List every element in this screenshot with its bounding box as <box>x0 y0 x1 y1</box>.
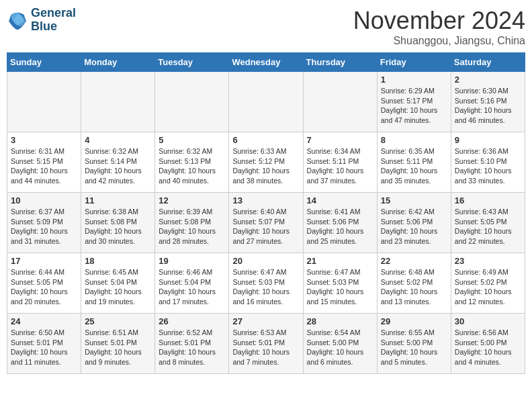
day-number: 23 <box>455 256 521 266</box>
weekday-header-friday: Friday <box>377 53 451 72</box>
day-number: 11 <box>85 195 151 205</box>
logo: General Blue <box>7 7 76 34</box>
day-number: 2 <box>455 75 521 85</box>
day-number: 14 <box>307 195 373 205</box>
calendar-cell <box>229 72 303 132</box>
cell-content: Sunrise: 6:40 AM Sunset: 5:07 PM Dayligh… <box>232 207 299 246</box>
calendar-cell: 26Sunrise: 6:52 AM Sunset: 5:01 PM Dayli… <box>155 314 229 374</box>
day-number: 1 <box>381 75 447 85</box>
logo-text: General Blue <box>31 7 76 34</box>
calendar-cell <box>7 72 81 132</box>
calendar-week-row: 17Sunrise: 6:44 AM Sunset: 5:05 PM Dayli… <box>7 253 525 314</box>
calendar-cell: 22Sunrise: 6:48 AM Sunset: 5:02 PM Dayli… <box>377 253 451 314</box>
cell-content: Sunrise: 6:43 AM Sunset: 5:05 PM Dayligh… <box>455 207 521 246</box>
day-number: 17 <box>11 256 77 266</box>
calendar-cell: 17Sunrise: 6:44 AM Sunset: 5:05 PM Dayli… <box>7 253 81 314</box>
calendar-week-row: 3Sunrise: 6:31 AM Sunset: 5:15 PM Daylig… <box>7 132 525 193</box>
day-number: 8 <box>381 135 447 145</box>
cell-content: Sunrise: 6:35 AM Sunset: 5:11 PM Dayligh… <box>381 146 447 186</box>
cell-content: Sunrise: 6:54 AM Sunset: 5:00 PM Dayligh… <box>307 328 373 367</box>
cell-content: Sunrise: 6:56 AM Sunset: 5:00 PM Dayligh… <box>455 328 521 367</box>
calendar-cell: 19Sunrise: 6:46 AM Sunset: 5:04 PM Dayli… <box>155 253 229 314</box>
cell-content: Sunrise: 6:52 AM Sunset: 5:01 PM Dayligh… <box>159 328 225 367</box>
weekday-header-sunday: Sunday <box>7 53 81 72</box>
calendar-cell: 15Sunrise: 6:42 AM Sunset: 5:06 PM Dayli… <box>377 193 451 253</box>
day-number: 4 <box>85 135 151 145</box>
cell-content: Sunrise: 6:45 AM Sunset: 5:04 PM Dayligh… <box>85 267 151 307</box>
day-number: 18 <box>85 256 151 266</box>
cell-content: Sunrise: 6:32 AM Sunset: 5:13 PM Dayligh… <box>159 146 225 186</box>
weekday-header-thursday: Thursday <box>303 53 377 72</box>
day-number: 5 <box>159 135 225 145</box>
calendar-cell <box>81 72 155 132</box>
cell-content: Sunrise: 6:47 AM Sunset: 5:03 PM Dayligh… <box>307 267 373 307</box>
cell-content: Sunrise: 6:42 AM Sunset: 5:06 PM Dayligh… <box>381 207 447 246</box>
weekday-header-row: SundayMondayTuesdayWednesdayThursdayFrid… <box>7 53 525 72</box>
calendar-cell: 21Sunrise: 6:47 AM Sunset: 5:03 PM Dayli… <box>303 253 377 314</box>
calendar-cell: 14Sunrise: 6:41 AM Sunset: 5:06 PM Dayli… <box>303 193 377 253</box>
cell-content: Sunrise: 6:53 AM Sunset: 5:01 PM Dayligh… <box>232 328 299 367</box>
day-number: 24 <box>11 316 77 326</box>
day-number: 7 <box>307 135 373 145</box>
day-number: 15 <box>381 195 447 205</box>
cell-content: Sunrise: 6:33 AM Sunset: 5:12 PM Dayligh… <box>232 146 299 186</box>
calendar-week-row: 24Sunrise: 6:50 AM Sunset: 5:01 PM Dayli… <box>7 314 525 374</box>
cell-content: Sunrise: 6:48 AM Sunset: 5:02 PM Dayligh… <box>381 267 447 307</box>
calendar-cell: 20Sunrise: 6:47 AM Sunset: 5:03 PM Dayli… <box>229 253 303 314</box>
calendar-cell: 24Sunrise: 6:50 AM Sunset: 5:01 PM Dayli… <box>7 314 81 374</box>
calendar-cell: 4Sunrise: 6:32 AM Sunset: 5:14 PM Daylig… <box>81 132 155 193</box>
calendar-cell: 2Sunrise: 6:30 AM Sunset: 5:16 PM Daylig… <box>451 72 525 132</box>
calendar-cell: 13Sunrise: 6:40 AM Sunset: 5:07 PM Dayli… <box>229 193 303 253</box>
calendar-week-row: 10Sunrise: 6:37 AM Sunset: 5:09 PM Dayli… <box>7 193 525 253</box>
cell-content: Sunrise: 6:49 AM Sunset: 5:02 PM Dayligh… <box>455 267 521 307</box>
cell-content: Sunrise: 6:50 AM Sunset: 5:01 PM Dayligh… <box>11 328 77 367</box>
cell-content: Sunrise: 6:41 AM Sunset: 5:06 PM Dayligh… <box>307 207 373 246</box>
weekday-header-saturday: Saturday <box>451 53 525 72</box>
cell-content: Sunrise: 6:39 AM Sunset: 5:08 PM Dayligh… <box>159 207 225 246</box>
cell-content: Sunrise: 6:51 AM Sunset: 5:01 PM Dayligh… <box>85 328 151 367</box>
calendar-cell: 8Sunrise: 6:35 AM Sunset: 5:11 PM Daylig… <box>377 132 451 193</box>
weekday-header-monday: Monday <box>81 53 155 72</box>
calendar-cell: 28Sunrise: 6:54 AM Sunset: 5:00 PM Dayli… <box>303 314 377 374</box>
day-number: 3 <box>11 135 77 145</box>
day-number: 30 <box>455 316 521 326</box>
calendar-cell: 3Sunrise: 6:31 AM Sunset: 5:15 PM Daylig… <box>7 132 81 193</box>
cell-content: Sunrise: 6:47 AM Sunset: 5:03 PM Dayligh… <box>232 267 299 307</box>
day-number: 10 <box>11 195 77 205</box>
location: Shuanggou, Jiangsu, China <box>353 35 525 47</box>
cell-content: Sunrise: 6:36 AM Sunset: 5:10 PM Dayligh… <box>455 146 521 186</box>
calendar-cell: 1Sunrise: 6:29 AM Sunset: 5:17 PM Daylig… <box>377 72 451 132</box>
calendar-cell: 30Sunrise: 6:56 AM Sunset: 5:00 PM Dayli… <box>451 314 525 374</box>
cell-content: Sunrise: 6:38 AM Sunset: 5:08 PM Dayligh… <box>85 207 151 246</box>
cell-content: Sunrise: 6:30 AM Sunset: 5:16 PM Dayligh… <box>455 86 521 126</box>
cell-content: Sunrise: 6:55 AM Sunset: 5:00 PM Dayligh… <box>381 328 447 367</box>
day-number: 20 <box>232 256 299 266</box>
month-title: November 2024 <box>353 7 525 35</box>
weekday-header-wednesday: Wednesday <box>229 53 303 72</box>
day-number: 25 <box>85 316 151 326</box>
calendar-cell: 27Sunrise: 6:53 AM Sunset: 5:01 PM Dayli… <box>229 314 303 374</box>
day-number: 28 <box>307 316 373 326</box>
calendar-cell: 25Sunrise: 6:51 AM Sunset: 5:01 PM Dayli… <box>81 314 155 374</box>
logo-icon <box>7 9 28 31</box>
calendar-cell: 11Sunrise: 6:38 AM Sunset: 5:08 PM Dayli… <box>81 193 155 253</box>
calendar-cell: 7Sunrise: 6:34 AM Sunset: 5:11 PM Daylig… <box>303 132 377 193</box>
weekday-header-tuesday: Tuesday <box>155 53 229 72</box>
calendar-cell: 29Sunrise: 6:55 AM Sunset: 5:00 PM Dayli… <box>377 314 451 374</box>
calendar-cell: 12Sunrise: 6:39 AM Sunset: 5:08 PM Dayli… <box>155 193 229 253</box>
day-number: 13 <box>232 195 299 205</box>
day-number: 26 <box>159 316 225 326</box>
calendar-week-row: 1Sunrise: 6:29 AM Sunset: 5:17 PM Daylig… <box>7 72 525 132</box>
day-number: 21 <box>307 256 373 266</box>
day-number: 29 <box>381 316 447 326</box>
cell-content: Sunrise: 6:34 AM Sunset: 5:11 PM Dayligh… <box>307 146 373 186</box>
calendar-cell: 6Sunrise: 6:33 AM Sunset: 5:12 PM Daylig… <box>229 132 303 193</box>
calendar-cell <box>303 72 377 132</box>
day-number: 16 <box>455 195 521 205</box>
calendar-cell: 10Sunrise: 6:37 AM Sunset: 5:09 PM Dayli… <box>7 193 81 253</box>
calendar-cell <box>155 72 229 132</box>
day-number: 9 <box>455 135 521 145</box>
cell-content: Sunrise: 6:44 AM Sunset: 5:05 PM Dayligh… <box>11 267 77 307</box>
day-number: 6 <box>232 135 299 145</box>
cell-content: Sunrise: 6:31 AM Sunset: 5:15 PM Dayligh… <box>11 146 77 186</box>
